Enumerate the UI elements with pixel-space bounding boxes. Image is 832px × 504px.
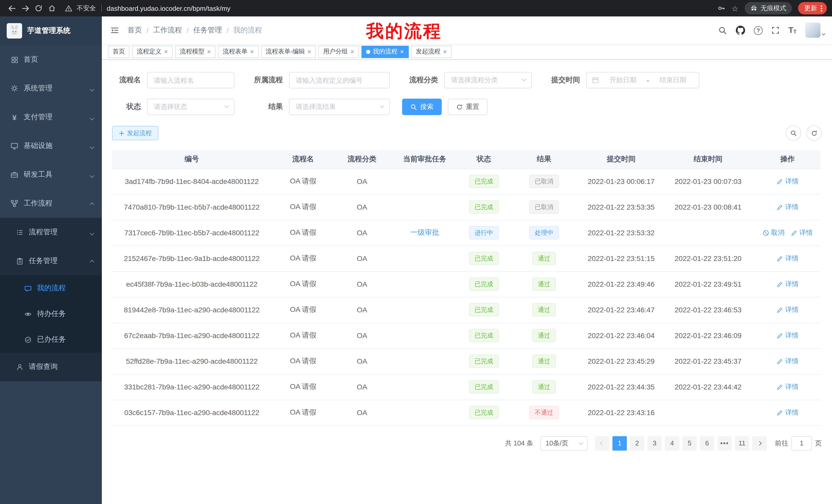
browser-reload-icon[interactable] <box>32 2 45 15</box>
cell-submit-time: 2022-01-22 23:53:35 <box>580 194 662 220</box>
sidebar-item-system[interactable]: 系统管理 <box>0 74 102 103</box>
tab-process-form-edit[interactable]: 流程表单-编辑× <box>261 46 316 58</box>
topbar: 首页 / 工作流程 / 任务管理 / 我的流程 ? TT <box>102 17 832 44</box>
close-icon[interactable]: × <box>443 48 447 55</box>
browser-update-button[interactable]: 更新 <box>798 2 827 15</box>
result-select[interactable]: 请选择流结果 <box>289 99 390 115</box>
close-icon[interactable]: × <box>350 48 354 55</box>
search-button[interactable]: 搜索 <box>402 99 442 115</box>
cancel-link[interactable]: 取消 <box>762 228 784 237</box>
page-button[interactable]: 3 <box>647 436 662 450</box>
category-label: 流程分类 <box>402 76 438 85</box>
process-name-input[interactable] <box>147 72 234 88</box>
process-definition-input[interactable] <box>289 72 390 88</box>
end-date-placeholder[interactable]: 结束日期 <box>652 76 694 85</box>
page-button[interactable]: 2 <box>630 436 644 450</box>
sidebar-item-home[interactable]: 首页 <box>0 45 102 74</box>
header-search-icon[interactable] <box>718 26 727 35</box>
page-list: 123456•••11 <box>613 436 749 450</box>
detail-link[interactable]: 详情 <box>777 331 799 340</box>
page-size-select[interactable]: 10条/页 <box>541 436 588 450</box>
header-operations: 操作 <box>754 150 821 169</box>
sidebar-item-workflow[interactable]: 工作流程 <box>0 189 102 218</box>
page-button[interactable]: 11 <box>735 436 749 450</box>
cell-category: OA <box>335 400 389 425</box>
page-ellipsis[interactable]: ••• <box>717 436 732 450</box>
sidebar-menu: 首页 系统管理 ¥ 支付管理 基础设施 研发工具 <box>0 45 102 381</box>
close-icon[interactable]: × <box>400 48 404 55</box>
prev-page-button[interactable] <box>595 436 609 450</box>
tab-process-definition[interactable]: 流程定义× <box>132 46 173 58</box>
cell-ops: 详情 <box>754 254 821 263</box>
detail-link[interactable]: 详情 <box>790 228 813 237</box>
github-icon[interactable] <box>736 26 745 35</box>
address-bar[interactable]: 不安全 dashboard.yudao.iocoder.cn/bpm/task/… <box>65 4 717 12</box>
tab-process-form[interactable]: 流程表单× <box>218 46 258 58</box>
page-button[interactable]: 5 <box>682 436 697 450</box>
start-process-button[interactable]: 发起流程 <box>112 126 158 140</box>
toggle-search-button[interactable] <box>786 125 801 141</box>
browser-back-icon[interactable] <box>5 2 19 15</box>
cell-ops: 详情 <box>754 331 821 340</box>
hamburger-icon[interactable] <box>102 17 128 44</box>
tab-my-process[interactable]: 我的流程× <box>362 46 409 58</box>
breadcrumb-home[interactable]: 首页 <box>128 26 142 35</box>
tab-process-model[interactable]: 流程模型× <box>175 46 215 58</box>
task-icon <box>16 257 24 265</box>
date-range-picker[interactable]: 开始日期 - 结束日期 <box>586 72 699 88</box>
sidebar-item-my-process[interactable]: 我的流程 <box>0 275 102 301</box>
sidebar-item-leave-query[interactable]: 请假查询 <box>0 353 102 381</box>
close-icon[interactable]: × <box>164 48 168 55</box>
sidebar-item-devtools[interactable]: 研发工具 <box>0 160 102 189</box>
category-select[interactable]: 请选择流程分类 <box>444 72 532 88</box>
browser-home-icon[interactable] <box>45 2 59 15</box>
bookmark-star-icon[interactable]: ☆ <box>731 4 738 12</box>
current-task-link[interactable]: 一级审批 <box>410 228 439 236</box>
detail-link[interactable]: 详情 <box>777 408 799 417</box>
reset-button[interactable]: 重置 <box>448 99 488 115</box>
avatar[interactable] <box>805 23 821 38</box>
sidebar-item-infrastructure[interactable]: 基础设施 <box>0 132 102 160</box>
font-size-icon[interactable]: TT <box>788 26 797 34</box>
cell-name: OA 请假 <box>271 169 335 194</box>
status-select[interactable]: 请选择状态 <box>147 99 234 115</box>
close-icon[interactable]: × <box>207 48 211 55</box>
detail-link[interactable]: 详情 <box>777 382 799 391</box>
key-icon[interactable] <box>717 2 725 15</box>
user-menu[interactable] <box>805 23 825 38</box>
tab-home[interactable]: 首页 <box>108 46 130 58</box>
page-button[interactable]: 6 <box>700 436 714 450</box>
sidebar-item-todo-tasks[interactable]: 待办任务 <box>0 301 102 327</box>
detail-link[interactable]: 详情 <box>777 357 799 366</box>
menu-dots-icon[interactable] <box>821 5 822 11</box>
cell-id: 2152467e-7b9b-11ec-9a1b-acde48001122 <box>112 246 271 271</box>
detail-link[interactable]: 详情 <box>777 305 799 314</box>
browser-forward-icon[interactable] <box>19 2 32 15</box>
page-button[interactable]: 4 <box>665 436 679 450</box>
page-button-active[interactable]: 1 <box>613 436 627 450</box>
detail-link[interactable]: 详情 <box>777 279 799 289</box>
detail-link[interactable]: 详情 <box>777 202 799 212</box>
next-page-button[interactable] <box>752 436 767 450</box>
goto-page-input[interactable] <box>791 436 812 450</box>
close-icon[interactable]: × <box>250 48 254 55</box>
header-end-time: 结束时间 <box>662 150 754 169</box>
breadcrumb-task-management[interactable]: 任务管理 <box>193 26 222 35</box>
sidebar-item-process-management[interactable]: 流程管理 <box>0 218 102 247</box>
sidebar-item-payment[interactable]: ¥ 支付管理 <box>0 103 102 132</box>
tab-start-process[interactable]: 发起流程× <box>411 46 451 58</box>
close-icon[interactable]: × <box>308 48 311 55</box>
refresh-button[interactable] <box>806 125 822 141</box>
app-logo[interactable]: 芋道管理系统 <box>0 17 102 45</box>
breadcrumb-workflow[interactable]: 工作流程 <box>153 26 182 35</box>
fullscreen-icon[interactable] <box>771 26 780 34</box>
tab-user-group[interactable]: 用户分组× <box>318 46 359 58</box>
detail-link[interactable]: 详情 <box>777 254 799 263</box>
start-date-placeholder[interactable]: 开始日期 <box>602 76 644 85</box>
done-icon <box>24 335 32 344</box>
detail-link[interactable]: 详情 <box>777 177 799 186</box>
logo-image <box>7 23 22 38</box>
sidebar-item-done-tasks[interactable]: 已办任务 <box>0 327 102 353</box>
help-icon[interactable]: ? <box>754 26 762 35</box>
sidebar-item-task-management[interactable]: 任务管理 <box>0 247 102 275</box>
